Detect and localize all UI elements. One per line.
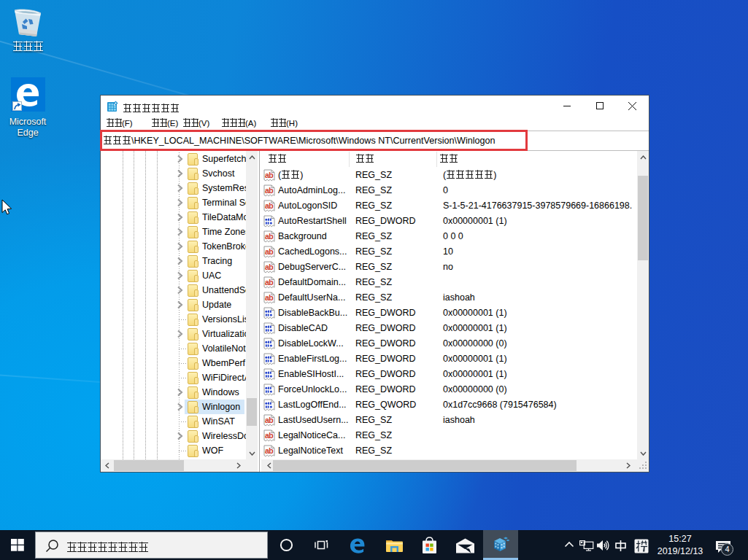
svg-text:ab: ab bbox=[265, 201, 273, 210]
svg-text:ab: ab bbox=[265, 247, 273, 256]
svg-text:ab: ab bbox=[265, 232, 273, 241]
svg-text:ab: ab bbox=[265, 186, 273, 195]
svg-text:ab: ab bbox=[265, 431, 273, 440]
svg-text:ab: ab bbox=[265, 171, 273, 179]
svg-text:ab: ab bbox=[265, 416, 273, 424]
svg-text:ab: ab bbox=[265, 446, 273, 455]
svg-text:ab: ab bbox=[265, 293, 273, 302]
svg-text:ab: ab bbox=[265, 278, 273, 287]
svg-text:ab: ab bbox=[265, 262, 273, 271]
